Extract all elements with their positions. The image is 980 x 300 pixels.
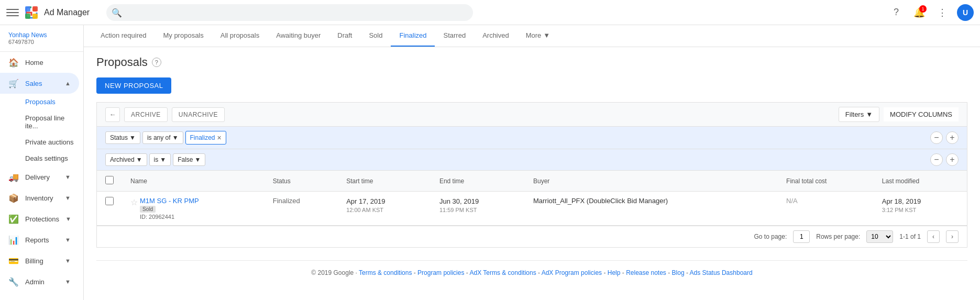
footer-link-adx-program-policies[interactable]: AdX Program policies [542,269,602,276]
app-logo: Ad Manager [23,4,90,21]
new-proposal-button[interactable]: NEW PROPOSAL [96,77,171,94]
proposal-name-link[interactable]: M1M SG - KR PMP [140,197,199,205]
col-start-time: Start time [338,171,431,192]
rows-per-page-select[interactable]: 10 25 50 100 [866,230,893,243]
page-info-icon[interactable]: ? [152,58,161,67]
tab-all-proposals[interactable]: All proposals [212,25,268,47]
sidebar-item-delivery[interactable]: 🚚 Delivery ▼ [0,166,79,187]
row-final-cost: N/A [786,197,798,205]
row-checkbox[interactable] [105,197,114,205]
footer-sep-6: - [668,269,671,276]
back-button[interactable]: ← [105,107,120,122]
filter-status-operator-arrow: ▼ [172,134,179,141]
sidebar-item-admin[interactable]: 🔧 Admin ▼ [0,271,79,292]
protections-icon: ✅ [8,214,19,224]
notification-badge: 1 [919,5,927,13]
account-name[interactable]: Yonhap News [8,31,75,39]
tab-awaiting-buyer[interactable]: Awaiting buyer [268,25,329,47]
footer-sep-7: - [686,269,690,276]
sidebar-item-deals-settings[interactable]: Deals settings [25,150,83,166]
filters-button[interactable]: Filters ▼ [839,107,879,122]
footer-link-adx-terms[interactable]: AdX Terms & conditions [469,269,536,276]
row-end-date: Jun 30, 2019 [439,197,516,206]
filter-status-value: Finalized × [185,131,226,145]
sidebar-item-proposals[interactable]: Proposals [25,94,83,110]
sidebar: Yonhap News 67497870 🏠 Home 🛒 Sales ▲ Pr… [0,25,84,300]
svg-rect-1 [25,6,30,12]
sales-expand-icon: ▲ [65,80,71,86]
delivery-icon: 🚚 [8,172,19,182]
pagination-bar: Go to page: Rows per page: 10 25 50 100 … [96,226,967,248]
tab-more[interactable]: More ▼ [517,25,559,47]
tab-action-required[interactable]: Action required [92,25,155,47]
footer-link-terms[interactable]: Terms & conditions [359,269,412,276]
sidebar-item-private-auctions[interactable]: Private auctions [25,134,83,150]
filter-row-2-plus[interactable]: + [946,153,959,166]
filter-archived-operator-label: is [154,156,159,163]
filter-archived-field-label: Archived [110,156,135,163]
proposals-table: Name Status Start time End time Buyer Fi… [96,170,967,226]
sidebar-account[interactable]: Yonhap News 67497870 [0,25,83,52]
hamburger-menu[interactable] [6,6,19,19]
unarchive-button[interactable]: UNARCHIVE [172,107,225,122]
row-final-cost-cell: N/A [778,192,874,226]
inventory-expand-icon: ▼ [65,195,71,201]
select-all-header[interactable] [97,171,123,192]
filter-archived-field[interactable]: Archived ▼ [105,153,147,166]
col-last-modified: Last modified [874,171,967,192]
filter-archived-operator[interactable]: is ▼ [149,153,171,166]
filter-status-value-text: Finalized [190,134,215,141]
row-modified-cell: Apr 18, 2019 3:12 PM KST [874,192,967,226]
footer-sep-3: - [538,269,542,276]
sidebar-item-sales[interactable]: 🛒 Sales ▲ [0,73,79,94]
footer-link-program-policies[interactable]: Program policies [417,269,464,276]
user-avatar[interactable]: U [957,4,974,21]
table-toolbar: ← ARCHIVE UNARCHIVE Filters ▼ MODIFY COL… [96,102,967,126]
tab-draft[interactable]: Draft [329,25,360,47]
tab-finalized[interactable]: Finalized [391,25,435,47]
tab-my-proposals[interactable]: My proposals [155,25,212,47]
star-icon[interactable]: ☆ [130,197,138,207]
svg-rect-4 [32,14,38,19]
sidebar-item-reports[interactable]: 📊 Reports ▼ [0,229,79,250]
footer-link-ads-status[interactable]: Ads Status Dashboard [690,269,753,276]
filter-status-field[interactable]: Status ▼ [105,131,140,144]
sidebar-item-home[interactable]: 🏠 Home [0,52,79,73]
filter-row-2-minus[interactable]: − [930,153,943,166]
sidebar-item-proposal-line-items[interactable]: Proposal line ite... [25,110,83,134]
filter-archived-value[interactable]: False ▼ [173,153,205,166]
google-logo-icon [23,4,40,21]
filter-status-operator[interactable]: is any of ▼ [142,131,183,144]
filter-status-field-arrow: ▼ [129,134,136,141]
search-input[interactable] [106,4,473,21]
footer-link-blog[interactable]: Blog [672,269,685,276]
footer-link-help[interactable]: Help [608,269,621,276]
filter-status-remove-icon[interactable]: × [217,134,222,142]
row-status: Finalized [273,197,300,205]
filter-archived-operator-arrow: ▼ [160,156,166,163]
archive-button[interactable]: ARCHIVE [124,107,168,122]
prev-page-button[interactable]: ‹ [927,230,940,243]
modify-columns-button[interactable]: MODIFY COLUMNS [884,107,959,121]
filter-archived-value-arrow: ▼ [194,156,201,163]
select-all-checkbox[interactable] [105,176,114,184]
footer-link-release-notes[interactable]: Release notes [626,269,666,276]
table-header-row: Name Status Start time End time Buyer Fi… [97,171,967,192]
more-options-button[interactable]: ⋮ [934,4,951,21]
notifications-button[interactable]: 🔔 1 [911,4,928,21]
filter-row-1-plus[interactable]: + [946,131,959,144]
tab-archived[interactable]: Archived [474,25,517,47]
tab-starred[interactable]: Starred [435,25,474,47]
row-select-cell[interactable] [97,192,123,226]
main-content: Action required My proposals All proposa… [84,25,980,300]
tab-sold[interactable]: Sold [360,25,391,47]
sidebar-item-billing[interactable]: 💳 Billing ▼ [0,250,79,271]
help-button[interactable]: ? [888,4,905,21]
page-title-row: Proposals ? [96,55,967,69]
filter-row-1-minus[interactable]: − [930,131,943,144]
sidebar-item-inventory[interactable]: 📦 Inventory ▼ [0,187,79,208]
page-input[interactable] [793,230,810,243]
next-page-button[interactable]: › [946,230,959,243]
billing-expand-icon: ▼ [65,258,71,264]
sidebar-item-protections[interactable]: ✅ Protections ▼ [0,208,79,229]
